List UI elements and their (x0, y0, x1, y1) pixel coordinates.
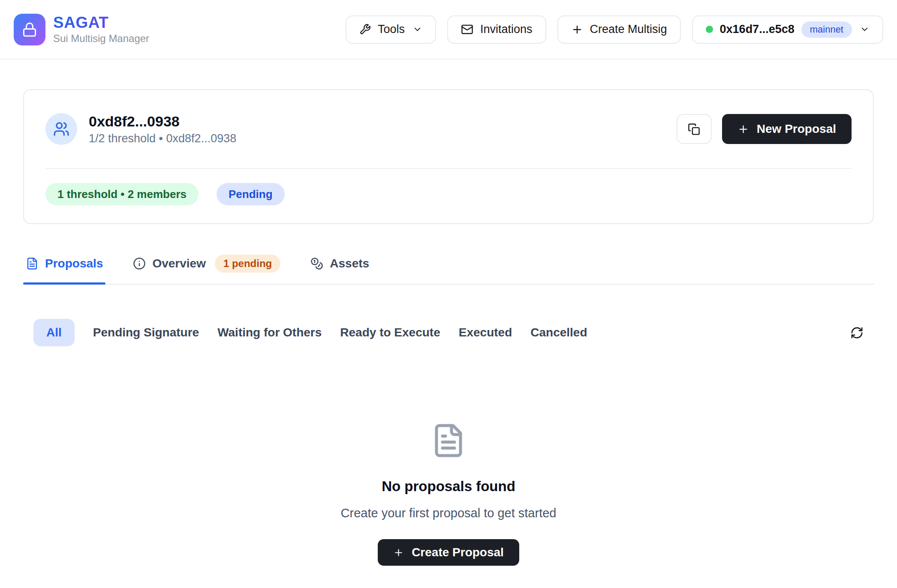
brand[interactable]: SAGAT Sui Multisig Manager (14, 14, 149, 45)
file-text-icon (430, 423, 467, 459)
mail-icon (461, 23, 473, 36)
new-proposal-button[interactable]: New Proposal (722, 114, 852, 144)
app-title: SAGAT (53, 15, 149, 30)
filter-waiting-for-others[interactable]: Waiting for Others (217, 327, 322, 339)
invitations-button-label: Invitations (480, 23, 533, 36)
multisig-titles: 0xd8f2...0938 1/2 threshold • 0xd8f2...0… (89, 114, 236, 144)
multisig-actions: New Proposal (677, 114, 852, 144)
main-content: 0xd8f2...0938 1/2 threshold • 0xd8f2...0… (23, 89, 874, 566)
refresh-icon (850, 326, 864, 339)
header-actions: Tools Invitations Create Multisig 0x16d7… (346, 15, 883, 44)
empty-state-subtitle: Create your first proposal to get starte… (341, 506, 557, 520)
filter-pending-signature[interactable]: Pending Signature (93, 327, 199, 339)
filter-all[interactable]: All (33, 319, 75, 346)
tools-button[interactable]: Tools (346, 15, 436, 44)
users-icon (53, 121, 69, 137)
empty-state-title: No proposals found (382, 478, 515, 495)
multisig-avatar (45, 113, 77, 145)
multisig-subtitle: 1/2 threshold • 0xd8f2...0938 (89, 133, 236, 144)
invitations-button[interactable]: Invitations (447, 15, 546, 44)
empty-state: No proposals found Create your first pro… (23, 423, 874, 566)
tab-bar: Proposals Overview 1 pending Assets (23, 248, 874, 285)
plus-icon (737, 123, 749, 135)
copy-icon (688, 123, 700, 135)
tab-proposals-label: Proposals (45, 257, 103, 270)
refresh-button[interactable] (850, 326, 864, 339)
filter-executed[interactable]: Executed (459, 327, 512, 339)
lock-icon (22, 22, 37, 37)
create-multisig-button-label: Create Multisig (590, 23, 667, 36)
new-proposal-button-label: New Proposal (757, 122, 836, 136)
file-text-icon (26, 257, 39, 270)
card-divider (45, 168, 852, 169)
info-icon (133, 257, 146, 270)
create-proposal-button[interactable]: Create Proposal (378, 539, 519, 566)
tab-assets-label: Assets (330, 257, 369, 270)
multisig-badges: 1 threshold • 2 members Pending (45, 183, 852, 205)
multisig-identity: 0xd8f2...0938 1/2 threshold • 0xd8f2...0… (45, 113, 236, 145)
status-badge: Pending (217, 183, 285, 205)
app-logo (14, 14, 45, 45)
proposal-filter-bar: All Pending Signature Waiting for Others… (23, 319, 874, 346)
network-badge: mainnet (801, 21, 852, 38)
tools-button-label: Tools (378, 23, 405, 36)
multisig-card: 0xd8f2...0938 1/2 threshold • 0xd8f2...0… (23, 89, 874, 224)
create-proposal-button-label: Create Proposal (412, 546, 504, 559)
app-header: SAGAT Sui Multisig Manager Tools Invitat… (0, 0, 897, 60)
chevron-down-icon (860, 24, 870, 34)
filter-cancelled[interactable]: Cancelled (530, 327, 587, 339)
pending-count-badge: 1 pending (215, 255, 280, 273)
app-subtitle: Sui Multisig Manager (53, 33, 149, 44)
wrench-icon (359, 24, 371, 35)
wallet-button[interactable]: 0x16d7...e5c8 mainnet (692, 15, 883, 44)
chevron-down-icon (412, 24, 422, 34)
coins-icon (310, 257, 323, 270)
brand-text: SAGAT Sui Multisig Manager (53, 15, 149, 44)
multisig-title: 0xd8f2...0938 (89, 114, 236, 129)
tab-overview[interactable]: Overview 1 pending (130, 248, 283, 284)
tab-assets[interactable]: Assets (308, 248, 372, 284)
connection-status-dot (706, 26, 713, 33)
create-multisig-button[interactable]: Create Multisig (557, 15, 681, 44)
tab-overview-label: Overview (152, 257, 206, 270)
tab-proposals[interactable]: Proposals (23, 248, 105, 284)
multisig-card-header: 0xd8f2...0938 1/2 threshold • 0xd8f2...0… (45, 113, 852, 145)
members-badge: 1 threshold • 2 members (45, 183, 199, 205)
wallet-address: 0x16d7...e5c8 (720, 23, 795, 36)
copy-address-button[interactable] (677, 114, 712, 144)
plus-icon (393, 547, 404, 558)
filter-ready-to-execute[interactable]: Ready to Execute (340, 327, 440, 339)
plus-icon (571, 24, 583, 36)
